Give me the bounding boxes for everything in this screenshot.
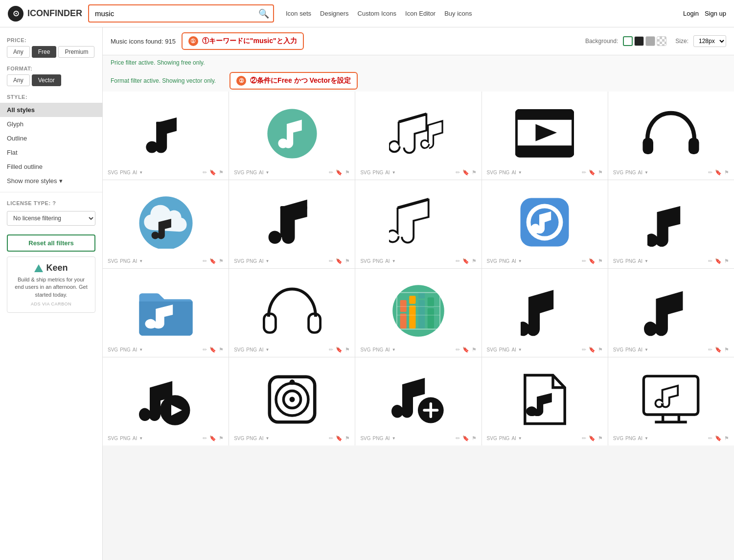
edit-icon[interactable]: ✏ xyxy=(203,435,207,442)
nav-icon-editor[interactable]: Icon Editor xyxy=(405,10,436,17)
icon-music-note-3[interactable] xyxy=(487,279,603,343)
flag-icon[interactable]: ⚑ xyxy=(598,435,603,442)
edit-icon[interactable]: ✏ xyxy=(456,169,460,176)
flag-icon[interactable]: ⚑ xyxy=(598,347,603,353)
search-button[interactable]: 🔍 xyxy=(258,8,269,19)
edit-icon[interactable]: ✏ xyxy=(456,347,460,353)
login-link[interactable]: Login xyxy=(683,10,699,17)
license-select[interactable]: No license filtering xyxy=(7,211,95,226)
bookmark-icon[interactable]: 🔖 xyxy=(209,347,216,353)
edit-icon[interactable]: ✏ xyxy=(329,435,333,442)
bookmark-icon[interactable]: 🔖 xyxy=(462,169,469,176)
flag-icon[interactable]: ⚑ xyxy=(724,169,729,176)
icon-speaker[interactable] xyxy=(234,367,350,431)
edit-icon[interactable]: ✏ xyxy=(456,435,460,442)
flag-icon[interactable]: ⚑ xyxy=(724,435,729,442)
edit-icon[interactable]: ✏ xyxy=(582,435,586,442)
icon-music-note-small[interactable] xyxy=(613,190,729,254)
flag-icon[interactable]: ⚑ xyxy=(598,258,603,264)
format-any-btn[interactable]: Any xyxy=(7,74,30,86)
reset-filters-button[interactable]: Reset all filters xyxy=(7,234,95,252)
nav-designers[interactable]: Designers xyxy=(320,10,349,17)
icon-equalizer[interactable] xyxy=(360,279,476,343)
nav-icon-sets[interactable]: Icon sets xyxy=(286,10,311,17)
bookmark-icon[interactable]: 🔖 xyxy=(462,258,469,264)
flag-icon[interactable]: ⚑ xyxy=(472,258,477,264)
bg-gray-btn[interactable] xyxy=(645,36,655,46)
flag-icon[interactable]: ⚑ xyxy=(345,435,350,442)
bookmark-icon[interactable]: 🔖 xyxy=(462,347,469,353)
edit-icon[interactable]: ✏ xyxy=(329,169,333,176)
edit-icon[interactable]: ✏ xyxy=(329,347,333,353)
search-input[interactable] xyxy=(93,5,258,22)
style-filled-outline[interactable]: Filled outline xyxy=(0,160,102,174)
icon-music-note-1[interactable] xyxy=(108,101,224,165)
flag-icon[interactable]: ⚑ xyxy=(345,169,350,176)
icon-music-note-2[interactable] xyxy=(234,190,350,254)
icon-music-folder[interactable] xyxy=(108,279,224,343)
bg-white-btn[interactable] xyxy=(623,36,633,46)
bookmark-icon[interactable]: 🔖 xyxy=(462,435,469,442)
bg-checker-btn[interactable] xyxy=(657,36,666,46)
nav-buy-icons[interactable]: Buy icons xyxy=(444,10,472,17)
icon-music-note-4[interactable] xyxy=(613,279,729,343)
flag-icon[interactable]: ⚑ xyxy=(345,347,350,353)
bookmark-icon[interactable]: 🔖 xyxy=(336,258,343,264)
flag-icon[interactable]: ⚑ xyxy=(345,258,350,264)
icon-music-play[interactable] xyxy=(108,367,224,431)
edit-icon[interactable]: ✏ xyxy=(329,258,333,264)
flag-icon[interactable]: ⚑ xyxy=(219,169,224,176)
flag-icon[interactable]: ⚑ xyxy=(598,169,603,176)
style-all[interactable]: All styles xyxy=(0,103,102,117)
bookmark-icon[interactable]: 🔖 xyxy=(715,258,722,264)
format-vector-btn[interactable]: Vector xyxy=(32,74,61,86)
size-select[interactable]: 128px xyxy=(693,35,726,47)
bookmark-icon[interactable]: 🔖 xyxy=(715,435,722,442)
nav-custom-icons[interactable]: Custom Icons xyxy=(358,10,396,17)
show-more-styles-btn[interactable]: Show more styles ▾ xyxy=(0,174,102,188)
price-any-btn[interactable]: Any xyxy=(7,46,30,58)
icon-music-add[interactable] xyxy=(360,367,476,431)
signup-link[interactable]: Sign up xyxy=(705,10,726,17)
icon-headphones-outline[interactable] xyxy=(234,279,350,343)
edit-icon[interactable]: ✏ xyxy=(582,347,586,353)
bookmark-icon[interactable]: 🔖 xyxy=(715,347,722,353)
bookmark-icon[interactable]: 🔖 xyxy=(336,347,343,353)
icon-cloud-music[interactable] xyxy=(108,190,224,254)
icon-music-file[interactable] xyxy=(487,367,603,431)
style-glyph[interactable]: Glyph xyxy=(0,117,102,131)
bookmark-icon[interactable]: 🔖 xyxy=(589,258,596,264)
bookmark-icon[interactable]: 🔖 xyxy=(209,169,216,176)
bookmark-icon[interactable]: 🔖 xyxy=(589,169,596,176)
flag-icon[interactable]: ⚑ xyxy=(724,347,729,353)
price-free-btn[interactable]: Free xyxy=(32,46,57,58)
edit-icon[interactable]: ✏ xyxy=(203,169,207,176)
icon-headphones[interactable] xyxy=(613,101,729,165)
edit-icon[interactable]: ✏ xyxy=(203,347,207,353)
bookmark-icon[interactable]: 🔖 xyxy=(336,435,343,442)
style-flat[interactable]: Flat xyxy=(0,145,102,160)
license-help-icon[interactable]: ? xyxy=(52,200,56,206)
bookmark-icon[interactable]: 🔖 xyxy=(589,435,596,442)
icon-itunes[interactable] xyxy=(487,190,603,254)
search-box[interactable]: 🔍 xyxy=(88,4,274,23)
bookmark-icon[interactable]: 🔖 xyxy=(715,169,722,176)
flag-icon[interactable]: ⚑ xyxy=(219,258,224,264)
flag-icon[interactable]: ⚑ xyxy=(472,169,477,176)
icon-video-player[interactable] xyxy=(487,101,603,165)
edit-icon[interactable]: ✏ xyxy=(456,258,460,264)
bookmark-icon[interactable]: 🔖 xyxy=(589,347,596,353)
flag-icon[interactable]: ⚑ xyxy=(472,347,477,353)
bookmark-icon[interactable]: 🔖 xyxy=(336,169,343,176)
edit-icon[interactable]: ✏ xyxy=(203,258,207,264)
logo[interactable]: ⊙ ICONFINDER xyxy=(8,6,82,22)
flag-icon[interactable]: ⚑ xyxy=(472,435,477,442)
edit-icon[interactable]: ✏ xyxy=(708,169,712,176)
icon-music-screen[interactable] xyxy=(613,367,729,431)
edit-icon[interactable]: ✏ xyxy=(708,347,712,353)
bg-black-btn[interactable] xyxy=(634,36,644,46)
style-outline[interactable]: Outline xyxy=(0,131,102,145)
edit-icon[interactable]: ✏ xyxy=(708,258,712,264)
icon-music-notes-outline[interactable] xyxy=(360,101,476,165)
edit-icon[interactable]: ✏ xyxy=(582,169,586,176)
